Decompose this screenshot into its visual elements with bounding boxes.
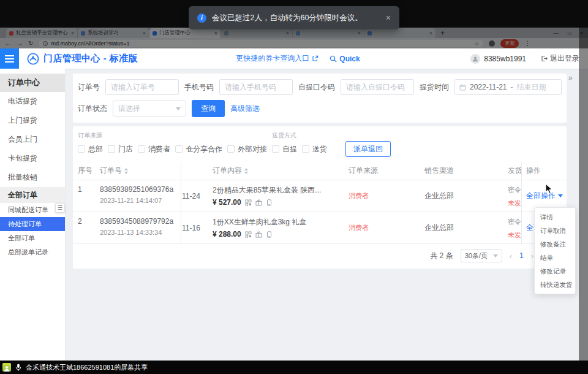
menu-item-details[interactable]: 详情 bbox=[535, 210, 575, 224]
cell-ship-status-cut: 密令 未发 bbox=[507, 212, 521, 244]
dispatch-return-button[interactable]: 派单退回 bbox=[345, 141, 391, 157]
checkbox-delivery-selfpickup[interactable]: 自提 bbox=[272, 144, 297, 155]
checkbox-source-consumer[interactable]: 消费者 bbox=[138, 144, 170, 155]
all-actions-dropdown[interactable]: 全部操作 bbox=[526, 191, 563, 201]
sidebar-section-all-orders[interactable]: 全部订单 bbox=[0, 187, 65, 203]
order-price-line: ¥ 527.00 bbox=[213, 198, 344, 207]
search-button[interactable]: 查询 bbox=[192, 100, 225, 117]
date-end-placeholder[interactable]: 结束日期 bbox=[517, 82, 546, 93]
order-no-value[interactable]: 83859345088979792a bbox=[100, 217, 173, 226]
cell-pickup-date-cut: 11-16 bbox=[181, 212, 208, 244]
menu-item-edit-history[interactable]: 修改记录 bbox=[535, 264, 575, 278]
sidebar-item-batch-verify[interactable]: 批量核销 bbox=[0, 168, 65, 187]
cell-order-source: 消费者 bbox=[344, 180, 420, 212]
cell-order-no: 83859389251069376a 2023-11-21 14:14:07 bbox=[95, 180, 181, 212]
sort-icon[interactable] bbox=[124, 168, 128, 174]
order-content-title: 1份XX生鲜羊肉礼盒3kg 礼盒 bbox=[213, 218, 306, 226]
menu-item-cancel-order[interactable]: 订单取消 bbox=[535, 224, 575, 237]
sidebar-item-all-orders[interactable]: 全部订单 bbox=[0, 231, 65, 245]
date-separator: - bbox=[511, 83, 513, 91]
order-price: ¥ 288.00 bbox=[213, 230, 241, 239]
order-price-line: ¥ 288.00 bbox=[213, 230, 344, 239]
order-no-value[interactable]: 83859389251069376a bbox=[100, 185, 173, 194]
advanced-filter-link[interactable]: 高级筛选 bbox=[230, 104, 260, 114]
pickup-code-input[interactable] bbox=[341, 79, 414, 95]
cell-order-source: 消费者 bbox=[344, 212, 420, 244]
order-content-title: 2份精品大果85苹果礼盒装 陕西... bbox=[213, 186, 321, 194]
page-number-1[interactable]: 1 bbox=[519, 251, 524, 260]
gift-icon[interactable] bbox=[255, 199, 262, 206]
pickup-date-range-picker[interactable]: 2022-11-21 - 结束日期 bbox=[454, 79, 562, 95]
checkbox-source-store[interactable]: 门店 bbox=[108, 144, 133, 155]
header-order-source: 订单来源 bbox=[344, 162, 420, 180]
source-tag: 消费者 bbox=[349, 191, 369, 200]
checkbox-source-external[interactable]: 外部对接 bbox=[227, 144, 267, 155]
order-price: ¥ 527.00 bbox=[213, 198, 241, 207]
menu-item-switch-express[interactable]: 转快递发货 bbox=[535, 278, 575, 291]
header-order-content[interactable]: 订单内容 bbox=[208, 162, 344, 180]
mouse-cursor bbox=[545, 183, 554, 194]
toast-close-icon[interactable]: × bbox=[386, 13, 391, 23]
checkbox-icon[interactable] bbox=[108, 145, 115, 153]
order-time: 2023-11-13 14:33:34 bbox=[100, 229, 181, 236]
checkbox-icon[interactable] bbox=[138, 145, 145, 153]
checkbox-icon[interactable] bbox=[78, 145, 85, 153]
fixed-column-divider-left bbox=[181, 162, 181, 244]
screenshare-dim-overlay-right bbox=[579, 28, 588, 361]
sidebar-item-hq-dispatch-records[interactable]: 总部派单记录 bbox=[0, 245, 65, 259]
sidebar-item-card-pickup[interactable]: 卡包提货 bbox=[0, 149, 65, 168]
checkbox-icon[interactable] bbox=[302, 145, 309, 153]
order-no-label: 订单号 bbox=[78, 82, 100, 93]
order-no-input[interactable] bbox=[105, 79, 179, 95]
header-order-no[interactable]: 订单号 bbox=[95, 162, 181, 180]
table-row-1: 1 83859389251069376a 2023-11-21 14:14:07… bbox=[73, 180, 567, 212]
coupon-query-link-label: 更快捷的券卡查询入口 bbox=[236, 53, 309, 64]
header-pickup-date-cut bbox=[181, 162, 208, 180]
checkbox-icon[interactable] bbox=[175, 145, 183, 153]
checkbox-icon[interactable] bbox=[227, 145, 235, 153]
phone-label: 手机号码 bbox=[184, 82, 214, 93]
phone-input[interactable] bbox=[219, 79, 293, 95]
order-status-label: 订单状态 bbox=[78, 104, 107, 114]
order-status-select[interactable]: 请选择 bbox=[113, 101, 186, 116]
checkbox-delivery-deliver[interactable]: 送货 bbox=[302, 144, 327, 155]
menu-item-edit-remark[interactable]: 修改备注 bbox=[535, 237, 575, 251]
qrcode-icon[interactable] bbox=[245, 199, 252, 206]
sidebar-toggle-button[interactable] bbox=[0, 48, 19, 69]
sidebar-item-door-pickup[interactable]: 上门提货 bbox=[0, 111, 65, 130]
pickup-code-label: 自提口令码 bbox=[298, 82, 335, 93]
sort-icon[interactable] bbox=[244, 168, 248, 174]
checkbox-icon[interactable] bbox=[272, 145, 279, 153]
prev-page-button[interactable]: ‹ bbox=[510, 251, 512, 261]
chevron-down-icon bbox=[558, 194, 563, 197]
order-time: 2023-11-21 14:14:07 bbox=[100, 197, 181, 204]
menu-item-close-order[interactable]: 结单 bbox=[535, 251, 575, 264]
quick-search-link[interactable]: Quick bbox=[330, 55, 360, 63]
date-start-value[interactable]: 2022-11-21 bbox=[470, 83, 507, 91]
sidebar-item-member-visit[interactable]: 会员上门 bbox=[0, 130, 65, 149]
sidebar-section-order-center[interactable]: 订单中心 bbox=[0, 74, 65, 92]
coupon-query-link[interactable]: 更快捷的券卡查询入口 bbox=[236, 53, 318, 64]
sidebar-item-phone-pickup[interactable]: 电话提货 bbox=[0, 92, 65, 111]
phone-icon[interactable] bbox=[266, 199, 273, 206]
checkbox-source-warehouse-share[interactable]: 仓分享合作 bbox=[175, 144, 222, 155]
filter-checkbox-row: 总部 门店 消费者 仓分享合作 外部对接 自提 送货 派单退回 bbox=[78, 141, 391, 157]
sidebar-item-pending-orders-active[interactable]: 待处理订单 bbox=[0, 217, 65, 231]
cell-index: 2 bbox=[73, 212, 95, 244]
page-size-select[interactable]: 30条/页 bbox=[461, 249, 502, 262]
logout-button[interactable]: 退出登录 bbox=[541, 53, 579, 64]
qrcode-icon[interactable] bbox=[245, 231, 252, 238]
total-count-text: 共 2 条 bbox=[430, 251, 453, 261]
orders-table: 序号 订单号 订单内容 订单来源 销售渠道 发货状态 操作 1 83859389… bbox=[73, 162, 567, 244]
page-title: 门店管理中心 - 标准版 bbox=[43, 53, 138, 64]
sidebar-collapse-handle[interactable]: ☰ bbox=[55, 203, 65, 213]
gift-icon[interactable] bbox=[255, 231, 262, 238]
username-text[interactable]: 8385wb1991 bbox=[484, 55, 526, 63]
info-icon: i bbox=[197, 13, 206, 23]
panel-collapse-icon[interactable]: » bbox=[568, 74, 572, 82]
table-row-2: 2 83859345088979792a 2023-11-13 14:33:34… bbox=[73, 212, 567, 244]
phone-icon[interactable] bbox=[266, 231, 273, 238]
checkbox-source-hq[interactable]: 总部 bbox=[78, 144, 103, 155]
next-page-button[interactable]: › bbox=[531, 251, 533, 261]
logout-icon bbox=[541, 55, 548, 62]
